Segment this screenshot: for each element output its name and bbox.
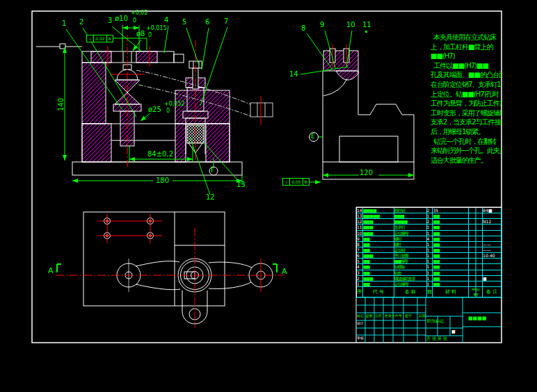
parts-cell-qty: 1 <box>427 253 433 259</box>
parts-cell-seq: 5 <box>357 259 363 264</box>
dim-84: 84±0,2 <box>147 151 173 158</box>
dim-180: 180 <box>156 177 169 184</box>
parts-cell-qty: 1 <box>427 213 433 219</box>
parts-cell-mat: ■■ <box>433 242 469 247</box>
technical-notes: 本夹具使用在立式钻床上，加工杠杆■臂上的■■(H7) 工件以■■(H7)■■孔及… <box>431 33 502 168</box>
parts-list-row: 10■■■定位螺母1■■ <box>357 231 502 236</box>
header-code: 代 号 <box>363 287 394 297</box>
parts-list-row: 9■■螺钉4■■ <box>357 236 502 242</box>
header-weight-bottom: 重 量 <box>469 292 482 297</box>
parts-cell-note: ■ <box>483 276 502 281</box>
parts-cell-qty: 2 <box>427 219 433 224</box>
callout-8: 8 <box>301 25 305 32</box>
parts-cell-note <box>483 236 502 242</box>
parts-cell-mat: ■■ <box>433 259 469 264</box>
parts-cell-qty: 4 <box>427 236 433 242</box>
parts-cell-code: ■■ <box>363 236 394 242</box>
parts-cell-seq: 3 <box>357 270 363 276</box>
parts-cell-seq: 14 <box>357 208 363 213</box>
parts-cell-note: —— <box>483 247 502 253</box>
parts-cell-name: 钻套 <box>394 270 427 276</box>
parts-cell-code: ■■■ <box>363 219 394 224</box>
callout-1: 1 <box>62 20 66 27</box>
note-line: 适合大批量的生产。 <box>431 156 502 165</box>
parts-cell-seq: 7 <box>357 247 363 253</box>
dim-d25-lower-tol: 0 <box>166 108 170 114</box>
parts-cell-note <box>483 259 502 264</box>
parts-cell-note <box>483 264 502 270</box>
parts-cell-wt <box>469 276 483 281</box>
parts-cell-note: B4■ <box>483 208 502 213</box>
parts-cell-wt <box>469 247 483 253</box>
parts-cell-qty: 1 <box>427 264 433 270</box>
parts-list-row: 5■■■■螺母1■■ <box>357 259 502 264</box>
parts-cell-mat: ■■ <box>433 213 469 219</box>
parts-cell-name: ■■螺母 <box>394 259 427 264</box>
callout-3: 3 <box>108 17 112 24</box>
parts-cell-seq: 13 <box>357 213 363 219</box>
parts-cell-code: ■■ <box>363 264 394 270</box>
parts-cell-wt <box>469 231 483 236</box>
fcf-tolerance: 0,02 <box>94 35 106 42</box>
parts-cell-code: ■■■■ <box>363 208 394 213</box>
parts-cell-qty: 1 <box>427 224 433 230</box>
parts-list-row: 8■■螺柱1■■—— <box>357 242 502 247</box>
parts-cell-note: 10-40 <box>483 253 502 259</box>
note-line: 工时变形，采用了螺旋辅助 <box>431 108 502 118</box>
parts-cell-mat: ■■ <box>433 253 469 259</box>
parts-cell-note <box>483 231 502 236</box>
parts-cell-wt <box>469 264 483 270</box>
parts-cell-wt <box>469 236 483 242</box>
note-line: 上，加工杠杆■臂上的 <box>431 42 502 52</box>
parts-cell-name: 螺旋辅助支承 <box>394 276 427 281</box>
dim-d8-upper-tol: +0,015 <box>146 26 167 31</box>
note-line: 工件为悬臂，为防止工件加 <box>431 99 502 108</box>
dim-d25: ø25 <box>148 106 161 113</box>
parts-cell-code: ■■ <box>363 242 394 247</box>
parts-cell-name: 螺钉 <box>394 236 427 242</box>
dim-d8-lower-tol: 0 <box>148 33 152 38</box>
parts-cell-code: ■■■ <box>363 224 394 230</box>
parts-cell-wt <box>469 242 483 247</box>
header-name: 名 称 <box>394 287 427 297</box>
parts-cell-qty: 1 <box>427 259 433 264</box>
parts-cell-seq: 8 <box>357 242 363 247</box>
tb-designed: 设计 <box>357 322 364 325</box>
tb-stage-label: 阶段标记 <box>427 319 444 323</box>
note-line: 工件以■■(H7)■■ <box>431 61 502 71</box>
parts-cell-name: 定位螺母 <box>394 281 427 287</box>
parts-cell-mat: ■■ <box>433 264 469 270</box>
parts-cell-note: N12 <box>483 219 502 224</box>
parts-cell-note <box>483 281 502 287</box>
parts-cell-wt <box>469 281 483 287</box>
parts-cell-qty: 1 <box>427 242 433 247</box>
parts-cell-name: 开口垫圈 <box>394 253 427 259</box>
parts-cell-qty: 1 <box>427 276 433 281</box>
callout-14: 14 <box>289 71 298 78</box>
note-line: 支承2，当支承2与工件接触 <box>431 117 502 127</box>
parts-list-row: 2■■■螺旋辅助支承1■■■ <box>357 276 502 281</box>
parts-cell-note <box>483 224 502 230</box>
callout-6: 6 <box>205 19 209 26</box>
parts-cell-wt <box>469 253 483 259</box>
datum-e-label: E <box>311 133 315 140</box>
parts-cell-seq: 9 <box>357 236 363 242</box>
fcf-tolerance: 0,05 <box>290 179 303 185</box>
parts-cell-mat: ■■ <box>433 231 469 236</box>
callout-4: 4 <box>164 17 168 24</box>
dim-d10: ø10 <box>115 15 128 22</box>
parts-cell-code: ■■ <box>363 281 394 287</box>
parts-cell-seq: 6 <box>357 253 363 259</box>
callout-9: 9 <box>320 22 324 28</box>
parts-cell-mat: ■■ <box>433 224 469 230</box>
finish-mark: √ <box>196 123 199 127</box>
parts-cell-qty: 1 <box>427 231 433 236</box>
parts-cell-code: ■■■ <box>363 276 394 281</box>
parts-list-table: 14■■■■圆柱销235B4■13■■■■■■■■1■■12■■■■■■■2■■… <box>356 207 502 297</box>
fcf-symbol: ⊥ <box>283 179 290 185</box>
datum-f-label: F <box>211 168 214 174</box>
section-arrows <box>57 264 277 272</box>
parts-cell-seq: 12 <box>357 219 363 224</box>
parts-cell-seq: 11 <box>357 224 363 230</box>
note-line: 上定位。钻■■(H7)孔时 <box>431 90 502 99</box>
